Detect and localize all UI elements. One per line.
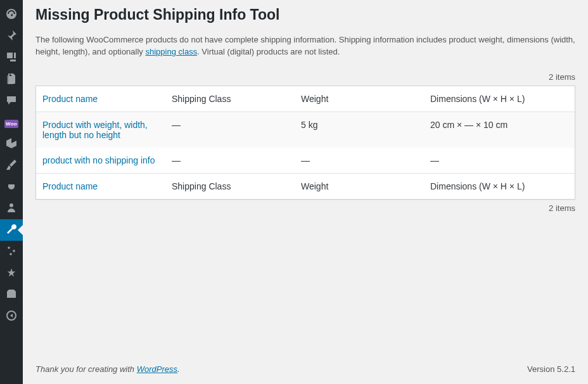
woocommerce-icon: Woo (4, 118, 18, 127)
pin-icon (5, 29, 18, 44)
svg-point-2 (10, 253, 12, 255)
wordpress-link[interactable]: WordPress (137, 364, 177, 374)
sidebar-item-media[interactable] (0, 47, 23, 68)
sidebar-item-settings[interactable] (0, 241, 23, 262)
sidebar-item-posts[interactable] (0, 25, 23, 47)
dashboard-icon (5, 8, 18, 22)
tablenav-top: 2 items (35, 68, 575, 86)
svg-point-0 (8, 246, 10, 249)
cell-shipping-class: — (165, 148, 295, 173)
col-weight: Weight (295, 86, 424, 112)
sidebar-item-products[interactable] (0, 133, 23, 155)
item-count-top: 2 items (549, 72, 575, 82)
cell-weight: 5 kg (295, 112, 424, 148)
sidebar-item-woocommerce[interactable]: Woo (0, 112, 23, 133)
intro-part-2: . Virtual (digital) products are not lis… (197, 47, 340, 56)
sidebar-item-pages[interactable] (0, 68, 23, 90)
wallet-icon (5, 288, 18, 302)
item-count-bottom: 2 items (549, 203, 575, 213)
cell-shipping-class: — (165, 112, 295, 148)
tablenav-bottom: 2 items (35, 200, 575, 217)
col-dimensions-foot: Dimensions (W × H × L) (424, 173, 575, 199)
sidebar-item-appearance[interactable] (0, 155, 23, 176)
col-product-name-foot[interactable]: Product name (36, 173, 165, 199)
col-dimensions: Dimensions (W × H × L) (424, 86, 575, 112)
user-icon (5, 202, 18, 216)
seo-icon (5, 266, 18, 281)
admin-footer: Thank you for creating with WordPress. V… (35, 353, 575, 384)
wrench-icon (5, 223, 18, 238)
svg-point-1 (13, 250, 15, 252)
col-weight-foot: Weight (295, 173, 424, 199)
media-icon (5, 51, 18, 65)
brush-icon (5, 158, 18, 173)
table-row: product with no shipping info — — — (36, 148, 575, 173)
sidebar-item-collapse[interactable] (0, 305, 23, 327)
table-row: Product with weight, width, length but n… (36, 112, 575, 148)
sidebar-item-users[interactable] (0, 198, 23, 219)
admin-sidebar: Woo (0, 0, 23, 384)
cell-dimensions: — (424, 148, 575, 173)
main-content: Missing Product Shipping Info Tool The f… (23, 0, 588, 384)
footer-thank: Thank you for creating with WordPress. (35, 364, 180, 374)
plug-icon (5, 180, 18, 195)
pages-icon (5, 72, 18, 87)
comment-icon (5, 94, 18, 108)
sidebar-item-seo[interactable] (0, 262, 23, 284)
product-link[interactable]: Product with weight, width, length but n… (42, 120, 148, 140)
page-title: Missing Product Shipping Info Tool (35, 0, 575, 27)
sidebar-item-comments[interactable] (0, 90, 23, 112)
products-table: Product name Shipping Class Weight Dimen… (35, 86, 575, 200)
sidebar-item-dashboard[interactable] (0, 4, 23, 25)
sidebar-item-tools[interactable] (0, 219, 23, 241)
intro-text: The following WooCommerce products do no… (35, 34, 575, 58)
shipping-class-link[interactable]: shipping class (145, 47, 197, 56)
cell-dimensions: 20 cm × — × 10 cm (424, 112, 575, 148)
sliders-icon (5, 245, 18, 259)
col-product-name[interactable]: Product name (36, 86, 165, 112)
col-shipping-class: Shipping Class (165, 86, 295, 112)
col-shipping-class-foot: Shipping Class (165, 173, 295, 199)
sidebar-item-misc[interactable] (0, 284, 23, 305)
collapse-icon (5, 309, 18, 324)
cell-weight: — (295, 148, 424, 173)
box-icon (5, 137, 18, 151)
product-link[interactable]: product with no shipping info (42, 155, 155, 165)
footer-version: Version 5.2.1 (527, 364, 575, 374)
sidebar-item-plugins[interactable] (0, 176, 23, 198)
